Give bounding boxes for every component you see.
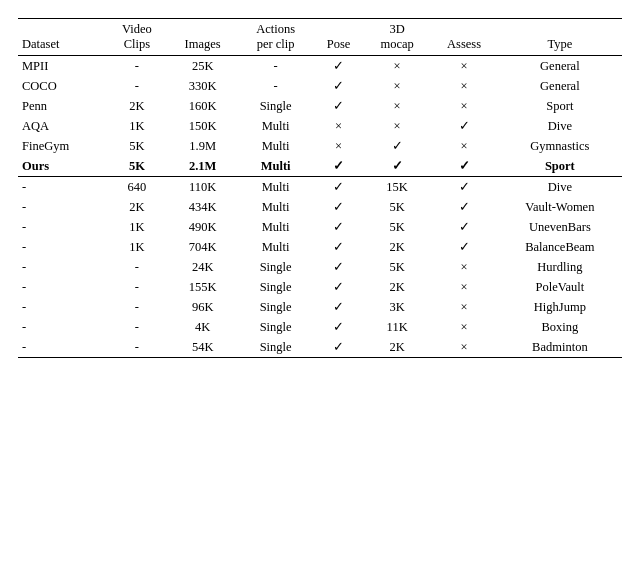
header-video-clips: VideoClips	[107, 19, 168, 56]
table-cell: 155K	[167, 277, 238, 297]
table-cell: -	[107, 277, 168, 297]
table-cell: General	[498, 56, 622, 77]
table-cell: 640	[107, 177, 168, 198]
table-cell: ×	[313, 136, 364, 156]
table-cell: Multi	[238, 197, 313, 217]
table-cell: 5K	[364, 197, 430, 217]
table-cell: -	[238, 56, 313, 77]
table-cell: 11K	[364, 317, 430, 337]
table-cell: ×	[430, 136, 497, 156]
table-cell: ×	[364, 56, 430, 77]
table-cell: ×	[430, 96, 497, 116]
table-cell: 1K	[107, 116, 168, 136]
table-cell: -	[18, 177, 107, 198]
table-cell: 4K	[167, 317, 238, 337]
table-cell: 15K	[364, 177, 430, 198]
table-cell: ×	[430, 337, 497, 358]
table-cell: 5K	[364, 257, 430, 277]
table-cell: ✓	[313, 177, 364, 198]
table-cell: Single	[238, 297, 313, 317]
table-cell: Single	[238, 277, 313, 297]
table-cell: ×	[313, 116, 364, 136]
table-cell: Boxing	[498, 317, 622, 337]
table-cell: ✓	[313, 277, 364, 297]
table-cell: 330K	[167, 76, 238, 96]
table-cell: 150K	[167, 116, 238, 136]
table-row: --54KSingle✓2K×Badminton	[18, 337, 622, 358]
table-row: --24KSingle✓5K×Hurdling	[18, 257, 622, 277]
table-cell: ×	[430, 297, 497, 317]
table-cell: Sport	[498, 96, 622, 116]
header-assess: Assess	[430, 19, 497, 56]
table-cell: -	[107, 257, 168, 277]
table-cell: ✓	[364, 156, 430, 177]
table-cell: 24K	[167, 257, 238, 277]
table-cell: Gymnastics	[498, 136, 622, 156]
table-cell: Single	[238, 96, 313, 116]
table-cell: ✓	[313, 317, 364, 337]
table-cell: -	[18, 277, 107, 297]
table-cell: -	[18, 297, 107, 317]
table-cell: Multi	[238, 177, 313, 198]
table-cell: 2K	[107, 197, 168, 217]
table-cell: 1K	[107, 217, 168, 237]
table-cell: Dive	[498, 116, 622, 136]
table-row: Penn2K160KSingle✓××Sport	[18, 96, 622, 116]
table-cell: 25K	[167, 56, 238, 77]
table-cell: ✓	[313, 76, 364, 96]
table-cell: Multi	[238, 237, 313, 257]
table-cell: 704K	[167, 237, 238, 257]
table-cell: ×	[430, 317, 497, 337]
table-cell: ✓	[430, 217, 497, 237]
table-cell: Badminton	[498, 337, 622, 358]
table-cell: ✓	[430, 237, 497, 257]
header-images: Images	[167, 19, 238, 56]
table-cell: ×	[364, 116, 430, 136]
table-cell: Multi	[238, 156, 313, 177]
table-cell: ✓	[313, 156, 364, 177]
header-3d-mocap: 3Dmocap	[364, 19, 430, 56]
table-cell: -	[107, 337, 168, 358]
table-row: -640110KMulti✓15K✓Dive	[18, 177, 622, 198]
header-actions-per-clip: Actionsper clip	[238, 19, 313, 56]
table-cell: ✓	[430, 197, 497, 217]
table-cell: FineGym	[18, 136, 107, 156]
table-cell: ✓	[430, 116, 497, 136]
table-cell: ×	[430, 257, 497, 277]
table-cell: 434K	[167, 197, 238, 217]
table-cell: Dive	[498, 177, 622, 198]
table-cell: -	[107, 317, 168, 337]
table-header-row: Dataset VideoClips Images Actionsper cli…	[18, 19, 622, 56]
table-cell: ×	[430, 56, 497, 77]
table-cell: ✓	[313, 217, 364, 237]
table-cell: 1K	[107, 237, 168, 257]
table-cell: Ours	[18, 156, 107, 177]
table-row: MPII-25K-✓××General	[18, 56, 622, 77]
table-cell: Multi	[238, 217, 313, 237]
table-cell: 3K	[364, 297, 430, 317]
table-cell: -	[18, 337, 107, 358]
table-cell: MPII	[18, 56, 107, 77]
table-cell: ✓	[430, 177, 497, 198]
table-cell: ✓	[313, 337, 364, 358]
table-cell: ✓	[313, 197, 364, 217]
table-cell: 2K	[364, 337, 430, 358]
main-table: Dataset VideoClips Images Actionsper cli…	[18, 18, 622, 358]
table-cell: Penn	[18, 96, 107, 116]
table-cell: ×	[430, 277, 497, 297]
header-dataset: Dataset	[18, 19, 107, 56]
table-row: FineGym5K1.9MMulti×✓×Gymnastics	[18, 136, 622, 156]
table-cell: ✓	[430, 156, 497, 177]
table-cell: Sport	[498, 156, 622, 177]
table-cell: AQA	[18, 116, 107, 136]
table-cell: 5K	[107, 136, 168, 156]
table-cell: Hurdling	[498, 257, 622, 277]
table-row: -1K704KMulti✓2K✓BalanceBeam	[18, 237, 622, 257]
header-type: Type	[498, 19, 622, 56]
table-row: --96KSingle✓3K×HighJump	[18, 297, 622, 317]
table-cell: ✓	[364, 136, 430, 156]
table-cell: 110K	[167, 177, 238, 198]
table-cell: UnevenBars	[498, 217, 622, 237]
table-row: AQA1K150KMulti××✓Dive	[18, 116, 622, 136]
table-cell: Single	[238, 257, 313, 277]
